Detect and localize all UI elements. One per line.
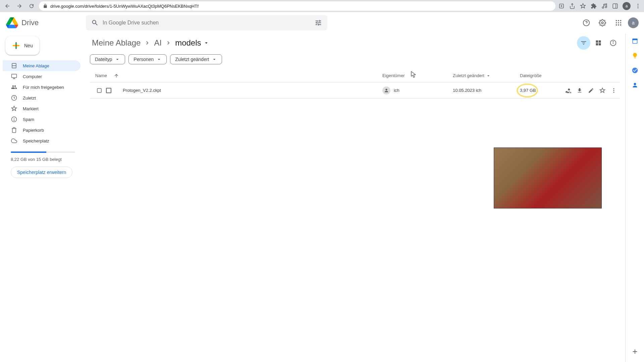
filter-toggle-button[interactable]: [577, 36, 590, 50]
lock-icon: [43, 4, 48, 8]
svg-point-16: [616, 24, 617, 26]
sort-arrow-up-icon[interactable]: [114, 73, 119, 78]
apps-icon[interactable]: [612, 16, 625, 29]
breadcrumb-item[interactable]: AI: [152, 37, 164, 49]
menu-icon[interactable]: [635, 3, 641, 9]
help-icon[interactable]: [580, 16, 593, 29]
row-checkbox[interactable]: [93, 87, 106, 94]
url-text: drive.google.com/drive/folders/1-5UnWywW…: [50, 4, 199, 9]
breadcrumb-item[interactable]: Meine Ablage: [90, 37, 143, 49]
clock-icon: [11, 95, 17, 101]
svg-rect-36: [632, 39, 637, 40]
sidebar-item-storage[interactable]: Speicherplatz: [3, 135, 80, 146]
chevron-down-icon: [486, 73, 491, 78]
chevron-right-icon: [144, 40, 151, 46]
account-avatar[interactable]: a: [628, 17, 639, 28]
sidebar-item-spam[interactable]: Spam: [3, 114, 80, 125]
search-bar[interactable]: [86, 15, 327, 31]
bookmark-icon[interactable]: [580, 3, 586, 9]
file-icon: [106, 88, 111, 93]
profile-avatar[interactable]: a: [623, 2, 631, 10]
svg-point-18: [620, 24, 622, 26]
svg-point-31: [613, 88, 614, 89]
column-modified[interactable]: Zuletzt geändert: [453, 73, 484, 78]
storage-bar: [11, 152, 75, 153]
svg-point-15: [620, 22, 622, 23]
sidebar-item-my-drive[interactable]: Meine Ablage: [3, 60, 80, 71]
webcam-overlay: [494, 147, 602, 208]
table-row[interactable]: Protogen_V2.2.ckpt ich 10.05.2023 ich 3,…: [90, 82, 620, 99]
svg-point-30: [385, 88, 387, 90]
svg-point-37: [632, 68, 638, 73]
right-side-panel: [625, 34, 644, 362]
svg-point-28: [613, 42, 613, 42]
install-icon[interactable]: [558, 3, 565, 9]
upgrade-button[interactable]: Speicherplatz erweitern: [11, 167, 72, 178]
app-title: Drive: [21, 18, 39, 27]
svg-point-5: [638, 4, 639, 5]
forward-button[interactable]: [15, 1, 24, 11]
keep-icon[interactable]: [632, 52, 638, 59]
trash-icon: [11, 127, 17, 133]
chevron-right-icon: [165, 40, 172, 46]
info-button[interactable]: [606, 36, 620, 50]
plus-icon: [12, 42, 20, 50]
sidebar-item-recent[interactable]: Zuletzt: [3, 93, 80, 103]
extensions-icon[interactable]: [590, 3, 597, 9]
column-owner[interactable]: Eigentümer: [382, 73, 405, 78]
new-button-label: Neu: [24, 43, 33, 48]
modified-date: 10.05.2023 ich: [453, 88, 481, 93]
drive-logo-icon: [5, 16, 19, 29]
tune-icon[interactable]: [315, 19, 322, 26]
logo-section[interactable]: Drive: [5, 16, 83, 29]
people-icon: [11, 84, 17, 90]
filter-type[interactable]: Dateityp: [90, 54, 125, 64]
sidebar-item-trash[interactable]: Papierkorb: [3, 125, 80, 135]
more-actions-button[interactable]: [610, 87, 617, 94]
owner-name: ich: [394, 88, 399, 93]
svg-point-12: [620, 20, 622, 21]
calendar-icon[interactable]: [632, 38, 638, 44]
share-icon[interactable]: [569, 3, 576, 9]
chevron-down-icon: [212, 57, 217, 62]
sidebar: Neu Meine Ablage Computer Für mich freig…: [0, 34, 86, 362]
new-button[interactable]: Neu: [5, 36, 40, 55]
sidepanel-icon[interactable]: [612, 3, 619, 9]
chevron-down-icon: [156, 57, 162, 62]
owner-avatar-icon: [382, 86, 390, 95]
back-button[interactable]: [3, 1, 12, 11]
storage-text: 8,22 GB von 15 GB belegt: [11, 157, 75, 162]
contacts-icon[interactable]: [632, 82, 638, 88]
svg-rect-29: [97, 88, 101, 93]
filter-people[interactable]: Personen: [128, 54, 167, 64]
download-button[interactable]: [576, 87, 583, 94]
svg-point-2: [605, 6, 607, 8]
grid-view-button[interactable]: [592, 36, 605, 50]
chevron-down-icon: [203, 40, 209, 46]
sidebar-item-computers[interactable]: Computer: [3, 71, 80, 82]
search-input[interactable]: [103, 20, 311, 26]
svg-point-13: [616, 22, 617, 23]
sidebar-item-shared[interactable]: Für mich freigegeben: [3, 82, 80, 93]
share-button[interactable]: [565, 87, 572, 94]
gear-icon[interactable]: [596, 16, 609, 29]
svg-point-38: [634, 83, 636, 85]
svg-point-10: [616, 20, 617, 21]
column-size[interactable]: Dateigröße: [520, 73, 541, 78]
add-panel-button[interactable]: [631, 348, 639, 355]
star-button[interactable]: [599, 87, 606, 94]
breadcrumb-item-current[interactable]: models: [173, 37, 211, 49]
media-icon[interactable]: [601, 3, 608, 9]
svg-point-11: [618, 20, 619, 21]
rename-button[interactable]: [588, 87, 594, 94]
filter-modified[interactable]: Zuletzt geändert: [170, 54, 222, 64]
star-icon: [11, 105, 17, 112]
sidebar-item-starred[interactable]: Markiert: [3, 103, 80, 114]
cloud-icon: [11, 137, 17, 144]
drive-icon: [11, 62, 17, 69]
column-name[interactable]: Name: [95, 73, 107, 78]
svg-rect-3: [613, 4, 618, 8]
address-bar[interactable]: drive.google.com/drive/folders/1-5UnWywW…: [39, 1, 555, 11]
reload-button[interactable]: [27, 1, 36, 11]
tasks-icon[interactable]: [632, 67, 638, 74]
